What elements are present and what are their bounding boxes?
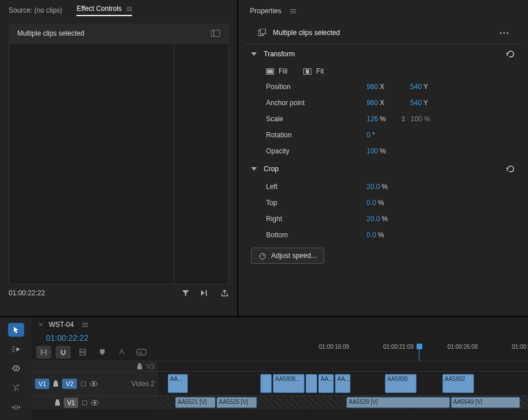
- insert-mode-icon[interactable]: [36, 346, 51, 359]
- marker-icon[interactable]: [95, 346, 110, 359]
- sequence-name[interactable]: WST-04: [49, 321, 74, 329]
- track-v1-target[interactable]: V1: [64, 398, 78, 408]
- timeline-clip[interactable]: AA5521 [V]: [175, 397, 215, 408]
- track-v2-name: Video 2: [132, 380, 155, 388]
- snap-icon[interactable]: [56, 346, 71, 359]
- eye-icon[interactable]: [90, 381, 98, 387]
- chevron-down-icon[interactable]: [251, 167, 257, 171]
- rotation-label: Rotation: [266, 131, 367, 139]
- svg-point-12: [93, 383, 95, 385]
- track-select-tool[interactable]: [8, 342, 24, 356]
- reset-crop-icon[interactable]: [506, 165, 515, 172]
- chevron-down-icon[interactable]: [251, 52, 257, 56]
- selection-label: Multiple clips selected: [273, 29, 340, 37]
- playhead[interactable]: [417, 344, 422, 349]
- position-x-value[interactable]: 960: [367, 83, 378, 91]
- timeline-clip[interactable]: AA...: [335, 374, 350, 393]
- fit-button[interactable]: Fit: [303, 67, 323, 75]
- adjust-speed-button[interactable]: Adjust speed...: [251, 248, 324, 264]
- selection-tool[interactable]: [8, 323, 24, 337]
- svg-point-14: [94, 402, 96, 404]
- opacity-label: Opacity: [266, 147, 367, 155]
- properties-title: Properties: [250, 7, 282, 15]
- timeline-clip[interactable]: AA5800: [385, 374, 417, 393]
- filter-icon[interactable]: [182, 289, 190, 297]
- svg-rect-8: [80, 353, 86, 355]
- svg-rect-2: [206, 290, 207, 296]
- eye-icon[interactable]: [91, 400, 99, 406]
- fx-badge-icon[interactable]: ▢: [80, 380, 86, 387]
- lock-icon[interactable]: [55, 399, 60, 406]
- track-v2-target[interactable]: V2: [62, 379, 76, 389]
- timeline-timecode[interactable]: 01:00:22:22: [32, 332, 528, 344]
- timeline-clip[interactable]: AA5528 [V]: [346, 397, 450, 408]
- scale-label: Scale: [266, 115, 367, 123]
- crop-left-label: Left: [266, 183, 367, 191]
- tab-effect-controls[interactable]: Effect Controls: [76, 5, 132, 16]
- seq-menu-icon[interactable]: [82, 323, 88, 327]
- close-seq-icon[interactable]: [38, 322, 43, 327]
- effect-preview-area: [9, 43, 229, 284]
- anchor-x-value[interactable]: 960: [367, 99, 378, 107]
- svg-rect-7: [80, 349, 86, 352]
- transform-section-title: Transform: [264, 50, 295, 58]
- fill-button[interactable]: Fill: [266, 67, 287, 75]
- timeline-clip[interactable]: AA5649 [V]: [451, 397, 520, 408]
- svg-rect-0: [211, 30, 220, 37]
- crop-section-title: Crop: [264, 165, 279, 173]
- timeline-clip[interactable]: AA5806...: [273, 374, 305, 393]
- properties-menu-icon[interactable]: [290, 9, 296, 13]
- export-icon[interactable]: [221, 289, 229, 297]
- crop-right-value[interactable]: 20.0: [367, 215, 380, 223]
- ripple-edit-tool[interactable]: [8, 362, 24, 376]
- lock-icon[interactable]: [137, 363, 142, 370]
- track-v2-content[interactable]: AA...AA5806...AA...AA...AA5800AA5802: [158, 372, 528, 395]
- crop-right-label: Right: [266, 215, 367, 223]
- rotation-value[interactable]: 0: [367, 131, 371, 139]
- source-timecode: 01:00:22:22: [9, 289, 45, 297]
- fx-badge-icon[interactable]: ▢: [82, 399, 87, 406]
- speed-icon: [259, 252, 267, 260]
- scale-y-value[interactable]: 100: [411, 115, 422, 123]
- panel-layout-icon[interactable]: [211, 30, 220, 37]
- timeline-clip[interactable]: [260, 374, 272, 393]
- track-v3-label: V3: [146, 363, 155, 371]
- anchor-y-value[interactable]: 540: [410, 99, 422, 107]
- opacity-value[interactable]: 100: [367, 147, 378, 155]
- caption-icon[interactable]: cc: [134, 346, 149, 359]
- position-y-value[interactable]: 540: [410, 83, 422, 91]
- crop-bottom-label: Bottom: [266, 231, 367, 239]
- crop-top-label: Top: [266, 199, 367, 207]
- timeline-clip[interactable]: AA5525 [V]: [217, 397, 257, 408]
- settings-icon[interactable]: [114, 346, 129, 359]
- svg-text:cc: cc: [138, 350, 143, 355]
- razor-tool[interactable]: [8, 381, 24, 395]
- lock-icon[interactable]: [53, 380, 59, 387]
- crop-bottom-value[interactable]: 0.0: [367, 231, 376, 239]
- play-only-icon[interactable]: [200, 289, 210, 297]
- timeline-clip[interactable]: [306, 374, 317, 393]
- svg-line-6: [263, 255, 264, 256]
- scale-value[interactable]: 126: [367, 115, 378, 123]
- linked-selection-icon[interactable]: [75, 346, 90, 359]
- slip-tool[interactable]: [8, 400, 24, 414]
- svg-rect-4: [260, 29, 265, 34]
- timeline-clip[interactable]: AA5802: [442, 374, 474, 393]
- tab-source[interactable]: Source: (no clips): [9, 6, 62, 14]
- multi-clip-icon: [258, 29, 266, 37]
- panel-menu-icon[interactable]: [126, 7, 132, 11]
- position-label: Position: [266, 83, 367, 91]
- source-v1-target[interactable]: V1: [35, 379, 49, 389]
- clip-selection-status: Multiple clips selected: [17, 29, 84, 37]
- more-options-icon[interactable]: [500, 32, 508, 34]
- anchor-label: Anchor point: [266, 99, 367, 107]
- timeline-clip[interactable]: AA...: [318, 374, 334, 393]
- crop-left-value[interactable]: 20.0: [367, 183, 380, 191]
- crop-top-value[interactable]: 0.0: [367, 199, 376, 207]
- reset-transform-icon[interactable]: [506, 51, 515, 57]
- track-v1-content[interactable]: AA5521 [V]AA5525 [V]AA5528 [V]AA5649 [V]: [158, 396, 528, 409]
- timeline-clip[interactable]: AA...: [168, 374, 188, 393]
- link-scale-icon[interactable]: [400, 115, 406, 123]
